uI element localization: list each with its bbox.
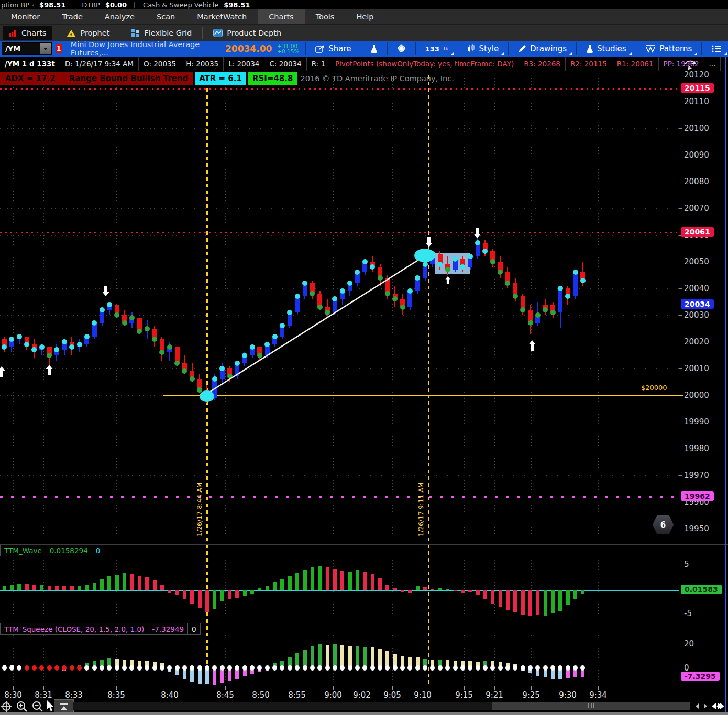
wave-bar — [160, 585, 164, 590]
wave-bar — [551, 590, 555, 613]
wave-upper-gridline — [0, 566, 679, 566]
wave-bar — [85, 585, 89, 590]
ttm-squeeze-zero: 0 — [188, 623, 201, 635]
wave-bar — [55, 586, 59, 590]
ttm-squeeze-header: TTM_Squeeze (CLOSE, 20, 1.5, 2.0, 1.0) -… — [0, 623, 201, 635]
axis-tick — [679, 475, 682, 476]
time-tick — [392, 686, 393, 690]
gridline-vertical — [170, 75, 170, 543]
trend-dot — [430, 251, 435, 256]
squeeze-bar — [318, 644, 322, 668]
time-axis-label: 9:10 — [414, 690, 432, 700]
axis-tick — [679, 182, 682, 182]
wave-bar — [266, 586, 269, 591]
axis-tick — [679, 262, 682, 262]
time-tick — [494, 686, 495, 690]
up-arrow-signal — [0, 366, 5, 377]
wave-bar — [401, 590, 404, 592]
wave-bar — [566, 590, 570, 605]
axis-tick — [679, 288, 682, 289]
time-tick — [333, 686, 334, 690]
scroll-right-button[interactable] — [704, 703, 707, 709]
trend-dot — [295, 294, 300, 299]
drawings-overlay — [0, 0, 728, 715]
trend-dot — [453, 256, 458, 262]
time-tick — [568, 686, 568, 690]
time-axis-label: 8:31 — [35, 690, 52, 700]
time-axis-label: 8:35 — [107, 690, 125, 700]
wave-bar — [250, 590, 254, 594]
time-tick — [170, 686, 170, 690]
scroll-left-button[interactable] — [696, 703, 699, 709]
squeeze-bar — [311, 646, 314, 668]
trend-dot — [310, 291, 315, 296]
gridline-vertical — [13, 75, 14, 543]
wave-bar — [258, 588, 261, 590]
price-axis-label: 19980 — [684, 444, 709, 453]
time-tick — [297, 686, 297, 690]
squeeze-dot — [32, 665, 37, 671]
squeeze-dot — [84, 665, 89, 671]
gridline-vertical — [598, 635, 599, 685]
gridline-vertical — [225, 557, 226, 621]
wave-bar — [468, 590, 472, 592]
vertical-drawing-line[interactable] — [428, 75, 429, 685]
trend-dot — [182, 368, 187, 374]
scrollbar-grip — [591, 703, 592, 708]
adx-value: ADX = 17.2 — [5, 74, 56, 83]
pan-tool-icon[interactable] — [1, 701, 13, 712]
time-axis: 8:308:318:338:358:408:458:508:559:009:02… — [0, 686, 679, 701]
wave-bar — [513, 590, 517, 612]
price-axis-label: 20110 — [684, 97, 709, 106]
wave-bar — [311, 567, 314, 590]
wave-axis-neg5: -5 — [684, 609, 692, 618]
vertical-line-label: 1/26/17 8:44 AM — [195, 467, 203, 537]
squeeze-dot — [107, 665, 112, 671]
squeeze-bar — [333, 644, 337, 668]
pointer-mode-icon[interactable] — [683, 59, 699, 73]
axis-tick — [679, 102, 682, 102]
squeeze-dot — [205, 665, 209, 671]
wave-bar — [220, 590, 224, 601]
trend-dot — [490, 259, 495, 264]
chart-plot-area[interactable]: 2012020110201002009020080200702006020050… — [0, 0, 728, 715]
chart-scrollbar[interactable] — [73, 702, 690, 710]
time-tick — [261, 686, 261, 690]
axis-tick — [679, 368, 682, 369]
squeeze-dot — [2, 665, 7, 671]
squeeze-dot — [137, 665, 142, 671]
wave-bar — [356, 570, 359, 590]
squeeze-bar — [348, 646, 352, 668]
gridline-horizontal — [0, 208, 679, 209]
scrollbar-thumb[interactable] — [492, 702, 690, 710]
zoom-out-icon[interactable] — [31, 701, 44, 712]
price-axis-label: 19950 — [684, 524, 709, 533]
squeeze-dot — [115, 665, 119, 671]
collapse-arrow-icon — [61, 706, 67, 710]
price-level-pill: 20034 — [681, 299, 714, 309]
wave-bar — [3, 586, 6, 591]
squeeze-dot — [9, 665, 14, 671]
atr-badge: ATR = 6.1 — [195, 72, 246, 85]
zoom-in-icon[interactable] — [16, 701, 28, 712]
wave-bar — [295, 573, 299, 590]
trend-dot — [122, 320, 127, 326]
wave-bar — [573, 590, 577, 599]
squeeze-dot — [385, 665, 390, 671]
collapse-panel-button[interactable] — [54, 699, 74, 713]
horizontal-drawing-line[interactable] — [163, 395, 679, 396]
squeeze-upper-gridline — [0, 644, 679, 644]
gridline-horizontal — [0, 128, 679, 129]
squeeze-dot — [550, 665, 555, 671]
up-arrow-signal — [445, 276, 450, 284]
squeeze-bar — [340, 645, 344, 668]
squeeze-dot — [122, 665, 127, 671]
wave-bar — [48, 586, 51, 591]
trend-dot — [84, 334, 90, 339]
squeeze-dot — [355, 665, 360, 671]
ttm-squeeze-label[interactable]: TTM_Squeeze (CLOSE, 20, 1.5, 2.0, 1.0) — [0, 623, 148, 635]
ttm-wave-label[interactable]: TTM_Wave — [0, 544, 46, 556]
wave-bar — [130, 574, 134, 590]
auto-scroll-toggle-icon[interactable] — [711, 701, 726, 711]
cursor-tool-icon[interactable] — [46, 700, 54, 712]
